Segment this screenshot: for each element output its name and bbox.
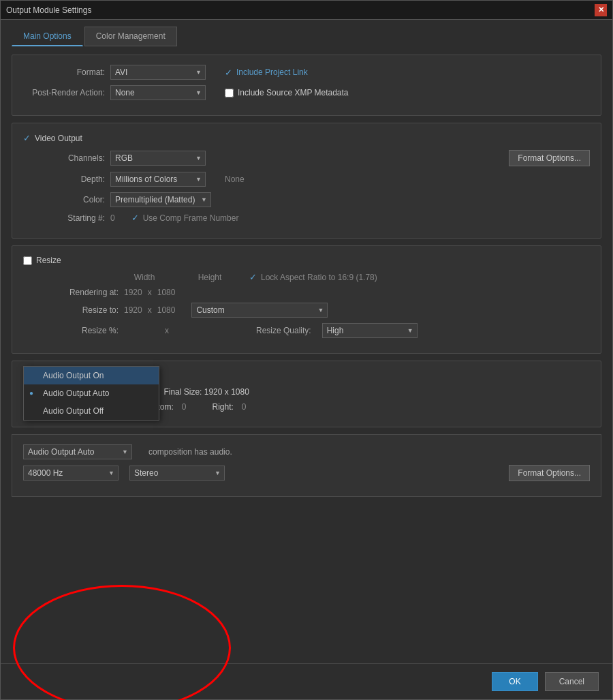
right-value: 0 [242, 402, 247, 412]
audio-settings-row: 48000 Hz Stereo Format Options... [23, 465, 590, 481]
depth-row: Depth: Millions of Colors None [23, 172, 590, 187]
color-label: Color: [23, 195, 105, 204]
use-comp-checkmark: ✓ [131, 213, 139, 223]
resize-quality-label: Resize Quality: [256, 326, 311, 335]
resize-pct-label: Resize %: [37, 326, 119, 335]
audio-dropdown-container: Audio Output Auto Audio Output On Audio … [23, 444, 132, 459]
rendering-at-row: Rendering at: 1920 x 1080 [37, 288, 590, 297]
rendering-width: 1920 [124, 288, 142, 297]
resize-to-height: 1080 [157, 305, 176, 315]
depth-label: Depth: [23, 174, 105, 184]
audio-option-auto[interactable]: Audio Output Auto [24, 384, 159, 402]
sample-rate-wrapper[interactable]: 48000 Hz [23, 466, 119, 481]
lock-aspect-checkmark: ✓ [249, 272, 257, 282]
bottom-value: 0 [182, 402, 187, 412]
post-render-select[interactable]: None [110, 85, 206, 100]
color-row: Color: Premultiplied (Matted) [23, 192, 590, 207]
audio-dropdown-menu: Audio Output On Audio Output Auto Audio … [23, 366, 159, 421]
close-button[interactable]: ✕ [595, 4, 607, 16]
resize-quality-select[interactable]: High [322, 323, 418, 338]
rendering-height: 1080 [157, 288, 176, 297]
format-row: Format: AVI ✓ Include Project Link [23, 65, 590, 80]
main-content: Format: AVI ✓ Include Project Link Post-… [1, 46, 612, 663]
resize-header-row: Width Height ✓ Lock Aspect Ratio to 16:9… [37, 272, 590, 282]
final-size-label: Final Size: 1920 x 1080 [163, 387, 249, 397]
color-select[interactable]: Premultiplied (Matted) [110, 192, 211, 207]
rendering-at-label: Rendering at: [37, 288, 119, 297]
resize-checkbox[interactable] [23, 256, 32, 265]
color-select-wrapper[interactable]: Premultiplied (Matted) [110, 192, 211, 207]
width-header: Width [124, 273, 165, 282]
post-render-select-wrapper[interactable]: None [110, 85, 206, 100]
post-render-label: Post-Render Action: [23, 88, 105, 97]
audio-section: Audio Output Auto Audio Output On Audio … [12, 434, 601, 497]
format-select-wrapper[interactable]: AVI [110, 65, 206, 80]
footer: OK Cancel [1, 663, 612, 699]
format-section: Format: AVI ✓ Include Project Link Post-… [12, 55, 601, 116]
audio-format-options-button[interactable]: Format Options... [509, 465, 590, 481]
audio-note: composition has audio. [148, 447, 232, 457]
channels-select-wrapper[interactable]: Stereo [129, 466, 225, 481]
right-label: Right: [212, 402, 233, 412]
channels-row: Channels: RGB Format Options... [23, 150, 590, 166]
starting-row: Starting #: 0 ✓ Use Comp Frame Number [23, 213, 590, 223]
audio-output-select[interactable]: Audio Output Auto Audio Output On Audio … [23, 444, 132, 459]
include-xmp-checkbox[interactable] [225, 89, 234, 97]
video-output-section: ✓ Video Output Channels: RGB Format Opti… [12, 123, 601, 239]
tab-bar: Main Options Color Management [1, 20, 612, 46]
format-select[interactable]: AVI [110, 65, 206, 80]
resize-to-label: Resize to: [37, 305, 119, 315]
post-render-row: Post-Render Action: None Include Source … [23, 85, 590, 100]
resize-pct-x: x [165, 326, 169, 335]
audio-option-on[interactable]: Audio Output On [24, 367, 159, 384]
include-project-link-checkmark: ✓ [225, 67, 232, 78]
tab-color-management[interactable]: Color Management [84, 27, 177, 46]
video-output-title: Video Output [35, 134, 82, 143]
audio-channels-select[interactable]: Stereo [129, 466, 225, 481]
depth-select-wrapper[interactable]: Millions of Colors [110, 172, 206, 187]
video-output-checkmark: ✓ [23, 133, 31, 143]
resize-to-width: 1920 [124, 305, 142, 315]
resize-section: Resize Width Height ✓ Lock Aspect Ratio … [12, 245, 601, 354]
include-project-link-label: Include Project Link [236, 67, 308, 77]
audio-dropdown-row: Audio Output Auto Audio Output On Audio … [23, 444, 590, 459]
depth-extra: None [225, 174, 245, 184]
resize-to-x: x [148, 305, 152, 315]
resize-to-row: Resize to: 1920 x 1080 Custom [37, 303, 590, 318]
titlebar: Output Module Settings ✕ [1, 1, 612, 20]
use-comp-label: Use Comp Frame Number [143, 213, 239, 223]
audio-option-off[interactable]: Audio Output Off [24, 402, 159, 420]
resize-header: Resize [23, 256, 590, 265]
channels-label: Channels: [23, 153, 105, 163]
resize-content: Width Height ✓ Lock Aspect Ratio to 16:9… [37, 272, 590, 338]
audio-dropdown-wrapper[interactable]: Audio Output Auto Audio Output On Audio … [23, 444, 132, 459]
resize-preset-wrapper[interactable]: Custom [191, 303, 328, 318]
starting-value: 0 [110, 213, 115, 223]
channels-select-wrapper[interactable]: RGB [110, 151, 206, 166]
cancel-button[interactable]: Cancel [545, 672, 599, 691]
resize-quality-wrapper[interactable]: High [322, 323, 418, 338]
starting-label: Starting #: [23, 213, 105, 223]
depth-select[interactable]: Millions of Colors [110, 172, 206, 187]
rendering-x: x [148, 288, 152, 297]
tab-main-options[interactable]: Main Options [12, 27, 83, 46]
format-options-button[interactable]: Format Options... [509, 150, 590, 166]
window-title: Output Module Settings [6, 5, 91, 15]
resize-pct-row: Resize %: x Resize Quality: High [37, 323, 590, 338]
lock-aspect-label: Lock Aspect Ratio to 16:9 (1.78) [261, 273, 377, 282]
channels-select[interactable]: RGB [110, 151, 206, 166]
height-header: Height [189, 273, 230, 282]
video-output-header: ✓ Video Output [23, 133, 590, 143]
include-xmp-label: Include Source XMP Metadata [238, 88, 349, 97]
resize-title: Resize [36, 256, 61, 265]
sample-rate-select[interactable]: 48000 Hz [23, 466, 119, 481]
ok-button[interactable]: OK [492, 672, 537, 691]
resize-preset-select[interactable]: Custom [191, 303, 328, 318]
format-label: Format: [23, 67, 105, 77]
